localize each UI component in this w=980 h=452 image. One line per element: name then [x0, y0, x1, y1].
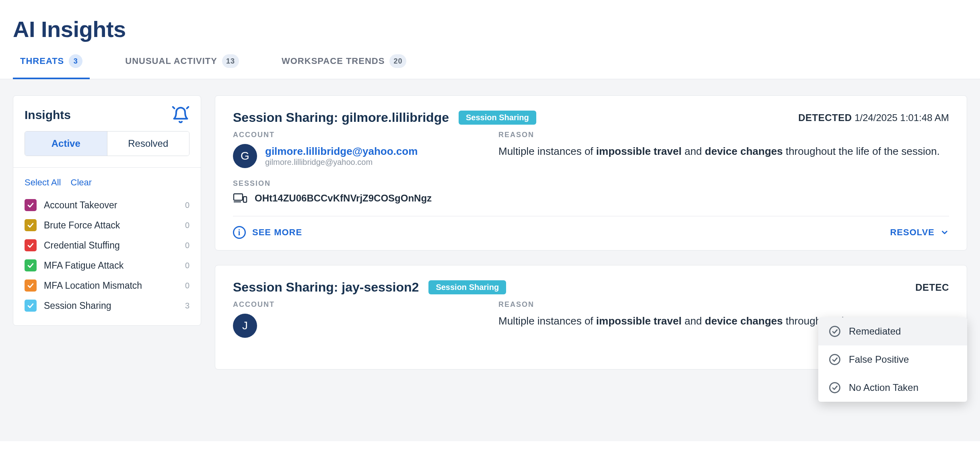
check-circle-icon — [829, 353, 841, 366]
svg-point-5 — [830, 383, 840, 393]
menu-item-label: False Positive — [849, 354, 909, 365]
menu-item-false-positive[interactable]: False Positive — [818, 345, 967, 374]
detected-label: DETECTED — [798, 112, 852, 123]
filter-count: 0 — [185, 221, 189, 230]
toggle-active[interactable]: Active — [25, 131, 107, 156]
account-section-label: ACCOUNT — [233, 131, 474, 139]
account-email-link[interactable]: gilmore.lillibridge@yahoo.com — [265, 145, 418, 158]
card-title: Session Sharing: gilmore.lillibridge — [233, 110, 449, 125]
filter-count: 0 — [185, 201, 189, 210]
menu-item-label: No Action Taken — [849, 382, 918, 393]
detected-timestamp: DETECTED 1/24/2025 1:01:48 AM — [798, 112, 949, 123]
filter-label: Session Sharing — [44, 300, 111, 311]
reason-text: Multiple instances of impossible travel … — [498, 144, 949, 159]
tabs: THREATS 3 UNUSUAL ACTIVITY 13 WORKSPACE … — [0, 54, 980, 79]
status-toggle: Active Resolved — [25, 131, 189, 156]
filter-row[interactable]: MFA Fatigue Attack0 — [25, 255, 189, 275]
tab-badge: 20 — [389, 54, 406, 68]
tab-unusual-activity[interactable]: UNUSUAL ACTIVITY 13 — [118, 54, 246, 79]
threat-type-chip: Session Sharing — [459, 111, 536, 125]
filter-label: MFA Fatigue Attack — [44, 260, 124, 271]
tab-badge: 3 — [69, 54, 82, 68]
filter-count: 3 — [185, 301, 189, 310]
menu-item-no-action[interactable]: No Action Taken — [818, 374, 967, 402]
bell-alert-icon[interactable] — [172, 106, 189, 124]
filter-row[interactable]: Account Takeover0 — [25, 195, 189, 215]
tab-label: THREATS — [20, 56, 64, 66]
filter-count: 0 — [185, 261, 189, 270]
toggle-resolved[interactable]: Resolved — [107, 131, 189, 156]
filter-row[interactable]: Credential Stuffing0 — [25, 235, 189, 255]
select-all-link[interactable]: Select All — [25, 177, 61, 188]
account-section-label: ACCOUNT — [233, 300, 474, 309]
resolve-label: RESOLVE — [890, 227, 935, 238]
filter-count: 0 — [185, 241, 189, 250]
resolve-button[interactable]: RESOLVE — [890, 227, 949, 238]
check-circle-icon — [829, 325, 841, 337]
checkbox-icon[interactable] — [25, 199, 37, 211]
chevron-down-icon — [940, 228, 949, 237]
checkbox-icon[interactable] — [25, 300, 37, 312]
tab-workspace-trends[interactable]: WORKSPACE TRENDS 20 — [274, 54, 414, 79]
page-title: AI Insights — [0, 0, 980, 54]
checkbox-icon[interactable] — [25, 279, 37, 292]
filter-row[interactable]: MFA Location Mismatch0 — [25, 275, 189, 296]
tab-threats[interactable]: THREATS 3 — [13, 54, 90, 79]
svg-point-3 — [830, 327, 840, 337]
threat-cards: Session Sharing: gilmore.lillibridge Ses… — [215, 95, 967, 425]
reason-section-label: REASON — [498, 131, 949, 139]
session-id: OHt14ZU06BCCvKfNVrjZ9COSgOnNgz — [255, 193, 432, 204]
threat-type-chip: Session Sharing — [428, 280, 506, 294]
insights-sidebar: Insights Active Resolved Select All Clea… — [13, 95, 201, 326]
filter-list: Account Takeover0Brute Force Attack0Cred… — [13, 195, 201, 325]
reason-section-label: REASON — [498, 300, 949, 309]
devices-icon — [233, 193, 247, 204]
menu-item-label: Remediated — [849, 326, 901, 337]
threat-card: Session Sharing: gilmore.lillibridge Ses… — [215, 95, 967, 251]
see-more-label: SEE MORE — [252, 227, 302, 238]
filter-label: Brute Force Attack — [44, 220, 120, 231]
tab-label: UNUSUAL ACTIVITY — [125, 56, 217, 66]
session-section-label: SESSION — [233, 179, 949, 188]
svg-point-4 — [830, 355, 840, 365]
checkbox-icon[interactable] — [25, 259, 37, 271]
tab-label: WORKSPACE TRENDS — [282, 56, 385, 66]
tab-badge: 13 — [222, 54, 239, 68]
sidebar-title: Insights — [25, 108, 71, 122]
filter-row[interactable]: Brute Force Attack0 — [25, 215, 189, 235]
detected-time: 1/24/2025 1:01:48 AM — [854, 112, 949, 123]
checkbox-icon[interactable] — [25, 239, 37, 251]
filter-row[interactable]: Session Sharing3 — [25, 296, 189, 316]
filter-count: 0 — [185, 281, 189, 290]
menu-item-remediated[interactable]: Remediated — [818, 317, 967, 345]
avatar: J — [233, 314, 257, 338]
filter-label: MFA Location Mismatch — [44, 280, 142, 291]
detected-timestamp: DETEC — [915, 282, 949, 293]
resolve-menu: Remediated False Positive No Action Take… — [818, 317, 967, 402]
card-title: Session Sharing: jay-session2 — [233, 280, 419, 295]
detected-label: DETEC — [915, 282, 949, 293]
info-icon: i — [233, 226, 246, 239]
see-more-button[interactable]: i SEE MORE — [233, 226, 302, 239]
check-circle-icon — [829, 382, 841, 394]
avatar: G — [233, 144, 257, 168]
clear-link[interactable]: Clear — [71, 177, 92, 188]
filter-label: Credential Stuffing — [44, 240, 120, 251]
svg-rect-0 — [234, 194, 243, 200]
account-subemail: gilmore.lillibridge@yahoo.com — [265, 158, 418, 167]
filter-label: Account Takeover — [44, 200, 117, 211]
checkbox-icon[interactable] — [25, 219, 37, 231]
svg-rect-2 — [243, 197, 247, 202]
